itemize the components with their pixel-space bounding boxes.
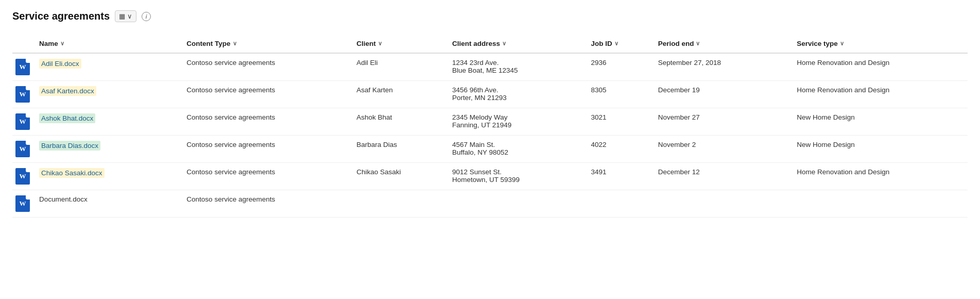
- sort-icon-client-address: ∨: [502, 40, 506, 47]
- client-cell: Asaf Karten: [350, 81, 446, 108]
- file-name-link[interactable]: Chikao Sasaki.docx: [39, 168, 105, 178]
- client-cell: [350, 190, 446, 218]
- client-address-cell: [446, 190, 585, 218]
- col-header-period-end[interactable]: Period end ∨: [652, 35, 791, 53]
- col-header-service-type[interactable]: Service type ∨: [790, 35, 968, 53]
- col-header-client-address[interactable]: Client address ∨: [446, 35, 585, 53]
- col-header-client-address-label: Client address: [452, 40, 500, 47]
- address-line1: 3456 96th Ave.: [452, 86, 498, 94]
- period-end-cell: November 27: [652, 108, 791, 136]
- file-name-link[interactable]: Document.docx: [39, 195, 88, 203]
- col-header-job-id[interactable]: Job ID ∨: [585, 35, 652, 53]
- service-type-cell: Home Renovation and Design: [790, 163, 968, 190]
- file-name-cell[interactable]: Document.docx: [33, 190, 180, 218]
- client-cell: Barbara Dias: [350, 136, 446, 163]
- table-container: Name ∨ Content Type ∨ Client ∨: [12, 35, 968, 218]
- table-row: W Document.docxContoso service agreement…: [12, 190, 968, 218]
- file-icon-cell: W: [12, 108, 33, 136]
- table-row: W Ashok Bhat.docxContoso service agreeme…: [12, 108, 968, 136]
- table-row: W Barbara Dias.docxContoso service agree…: [12, 136, 968, 163]
- col-header-name-label: Name: [39, 40, 58, 47]
- file-icon-cell: W: [12, 136, 33, 163]
- job-id-cell: 4022: [585, 136, 652, 163]
- address-line1: 2345 Melody Way: [452, 113, 508, 121]
- col-header-service-type-label: Service type: [797, 40, 838, 47]
- grid-view-icon: ▦: [119, 12, 125, 20]
- word-doc-icon: W: [15, 195, 30, 212]
- word-doc-icon: W: [15, 113, 30, 130]
- col-header-period-end-label: Period end: [658, 40, 694, 47]
- col-header-client-label: Client: [356, 40, 376, 47]
- period-end-cell: December 12: [652, 163, 791, 190]
- content-type-cell: Contoso service agreements: [180, 163, 350, 190]
- col-header-content-type-label: Content Type: [186, 40, 230, 47]
- period-end-cell: [652, 190, 791, 218]
- word-doc-icon: W: [15, 86, 30, 103]
- col-header-client[interactable]: Client ∨: [350, 35, 446, 53]
- info-icon[interactable]: i: [142, 12, 151, 21]
- address-line2: Hometown, UT 59399: [452, 176, 520, 184]
- client-address-cell: 2345 Melody WayFanning, UT 21949: [446, 108, 585, 136]
- col-header-icon: [12, 35, 33, 53]
- client-cell: Adil Eli: [350, 53, 446, 81]
- file-icon-cell: W: [12, 53, 33, 81]
- word-doc-icon: W: [15, 168, 30, 185]
- col-header-name[interactable]: Name ∨: [33, 35, 180, 53]
- table-row: W Adil Eli.docxContoso service agreement…: [12, 53, 968, 81]
- file-name-link[interactable]: Barbara Dias.docx: [39, 141, 100, 151]
- sort-icon-name: ∨: [60, 40, 64, 47]
- address-line2: Porter, MN 21293: [452, 94, 507, 102]
- page-title: Service agreements: [12, 10, 110, 22]
- table-header-row: Name ∨ Content Type ∨ Client ∨: [12, 35, 968, 53]
- job-id-cell: 2936: [585, 53, 652, 81]
- address-line1: 4567 Main St.: [452, 141, 495, 148]
- client-address-cell: 9012 Sunset St.Hometown, UT 59399: [446, 163, 585, 190]
- word-doc-icon: W: [15, 59, 30, 75]
- content-type-cell: Contoso service agreements: [180, 136, 350, 163]
- file-name-cell[interactable]: Chikao Sasaki.docx: [33, 163, 180, 190]
- sort-icon-service-type: ∨: [840, 40, 844, 47]
- col-header-job-id-label: Job ID: [591, 40, 612, 47]
- file-name-link[interactable]: Ashok Bhat.docx: [39, 113, 95, 123]
- col-header-content-type[interactable]: Content Type ∨: [180, 35, 350, 53]
- content-type-cell: Contoso service agreements: [180, 108, 350, 136]
- chevron-down-icon: ∨: [127, 12, 132, 20]
- sort-icon-content-type: ∨: [233, 40, 237, 47]
- period-end-cell: December 19: [652, 81, 791, 108]
- sort-icon-job-id: ∨: [614, 40, 618, 47]
- sort-icon-period-end: ∨: [696, 40, 700, 47]
- address-line1: 9012 Sunset St.: [452, 168, 502, 176]
- content-type-cell: Contoso service agreements: [180, 81, 350, 108]
- content-type-cell: Contoso service agreements: [180, 190, 350, 218]
- client-address-cell: 4567 Main St.Buffalo, NY 98052: [446, 136, 585, 163]
- page-header: Service agreements ▦ ∨ i: [12, 10, 968, 22]
- content-type-cell: Contoso service agreements: [180, 53, 350, 81]
- job-id-cell: 8305: [585, 81, 652, 108]
- service-agreements-table: Name ∨ Content Type ∨ Client ∨: [12, 35, 968, 218]
- period-end-cell: September 27, 2018: [652, 53, 791, 81]
- file-name-cell[interactable]: Ashok Bhat.docx: [33, 108, 180, 136]
- service-type-cell: New Home Design: [790, 108, 968, 136]
- job-id-cell: [585, 190, 652, 218]
- address-line2: Blue Boat, ME 12345: [452, 67, 518, 74]
- service-type-cell: [790, 190, 968, 218]
- address-line1: 1234 23rd Ave.: [452, 59, 499, 67]
- address-line2: Buffalo, NY 98052: [452, 148, 508, 156]
- file-name-cell[interactable]: Asaf Karten.docx: [33, 81, 180, 108]
- file-name-link[interactable]: Adil Eli.docx: [39, 59, 81, 69]
- file-name-link[interactable]: Asaf Karten.docx: [39, 86, 96, 96]
- word-doc-icon: W: [15, 141, 30, 157]
- client-cell: Chikao Sasaki: [350, 163, 446, 190]
- service-type-cell: Home Renovation and Design: [790, 53, 968, 81]
- job-id-cell: 3021: [585, 108, 652, 136]
- service-type-cell: New Home Design: [790, 136, 968, 163]
- view-switcher-button[interactable]: ▦ ∨: [115, 10, 136, 22]
- client-address-cell: 1234 23rd Ave.Blue Boat, ME 12345: [446, 53, 585, 81]
- file-name-cell[interactable]: Barbara Dias.docx: [33, 136, 180, 163]
- service-type-cell: Home Renovation and Design: [790, 81, 968, 108]
- file-name-cell[interactable]: Adil Eli.docx: [33, 53, 180, 81]
- period-end-cell: November 2: [652, 136, 791, 163]
- file-icon-cell: W: [12, 163, 33, 190]
- table-row: W Asaf Karten.docxContoso service agreem…: [12, 81, 968, 108]
- file-icon-cell: W: [12, 190, 33, 218]
